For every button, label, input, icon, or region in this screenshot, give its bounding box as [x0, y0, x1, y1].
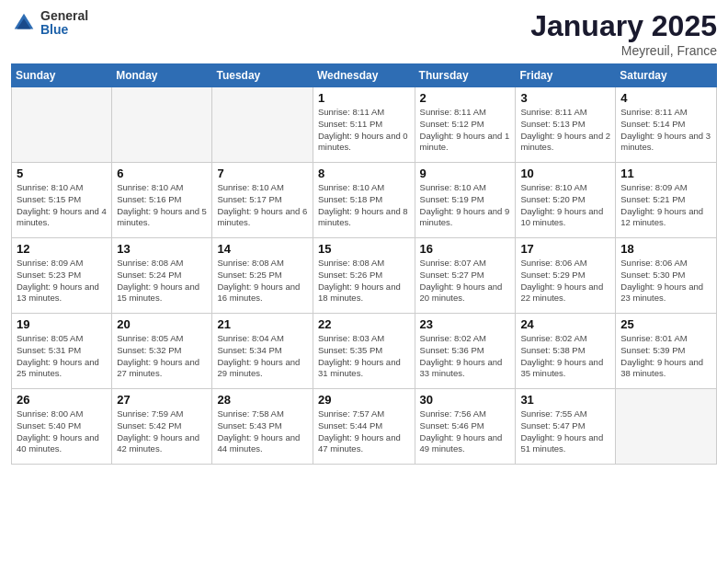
day-info: Sunrise: 8:11 AM Sunset: 5:14 PM Dayligh…: [620, 107, 711, 154]
day-number: 14: [217, 242, 307, 256]
sunset: Sunset: 5:23 PM: [17, 270, 81, 280]
sunset: Sunset: 5:43 PM: [217, 420, 281, 431]
day-info: Sunrise: 8:11 AM Sunset: 5:11 PM Dayligh…: [318, 107, 410, 154]
day-number: 28: [217, 393, 307, 407]
daylight: Daylight: 9 hours and 23 minutes.: [620, 282, 703, 304]
sunrise: Sunrise: 7:55 AM: [520, 408, 586, 419]
sunrise: Sunrise: 7:58 AM: [217, 408, 283, 419]
sunrise: Sunrise: 8:11 AM: [420, 107, 486, 117]
logo: General Blue: [11, 9, 88, 38]
sunrise: Sunrise: 8:06 AM: [520, 258, 586, 268]
day-cell: 12 Sunrise: 8:09 AM Sunset: 5:23 PM Dayl…: [12, 238, 112, 314]
day-number: 16: [420, 242, 511, 256]
day-info: Sunrise: 8:10 AM Sunset: 5:16 PM Dayligh…: [117, 182, 207, 229]
day-cell: 29 Sunrise: 7:57 AM Sunset: 5:44 PM Dayl…: [313, 389, 415, 465]
day-cell: 26 Sunrise: 8:00 AM Sunset: 5:40 PM Dayl…: [12, 389, 112, 465]
daylight: Daylight: 9 hours and 20 minutes.: [420, 282, 503, 304]
day-info: Sunrise: 8:02 AM Sunset: 5:36 PM Dayligh…: [420, 333, 511, 380]
day-info: Sunrise: 8:09 AM Sunset: 5:21 PM Dayligh…: [620, 182, 711, 229]
sunrise: Sunrise: 8:02 AM: [420, 333, 486, 343]
day-info: Sunrise: 8:10 AM Sunset: 5:17 PM Dayligh…: [217, 182, 307, 229]
sunrise: Sunrise: 8:05 AM: [117, 333, 183, 343]
logo-blue: Blue: [40, 23, 88, 37]
sunrise: Sunrise: 8:08 AM: [318, 258, 384, 268]
day-cell: 5 Sunrise: 8:10 AM Sunset: 5:15 PM Dayli…: [12, 163, 112, 238]
day-cell: 21 Sunrise: 8:04 AM Sunset: 5:34 PM Dayl…: [212, 314, 313, 389]
daylight: Daylight: 9 hours and 47 minutes.: [318, 432, 401, 454]
sunset: Sunset: 5:21 PM: [620, 194, 685, 204]
day-cell: 28 Sunrise: 7:58 AM Sunset: 5:43 PM Dayl…: [212, 389, 313, 465]
sunset: Sunset: 5:27 PM: [420, 270, 484, 280]
sunset: Sunset: 5:35 PM: [318, 345, 382, 355]
logo-general: General: [40, 9, 88, 23]
day-info: Sunrise: 7:58 AM Sunset: 5:43 PM Dayligh…: [217, 408, 307, 455]
day-number: 20: [117, 317, 207, 331]
day-info: Sunrise: 7:57 AM Sunset: 5:44 PM Dayligh…: [318, 408, 410, 455]
day-number: 17: [520, 242, 610, 256]
day-cell: [112, 87, 212, 163]
day-info: Sunrise: 8:07 AM Sunset: 5:27 PM Dayligh…: [420, 258, 511, 304]
sunset: Sunset: 5:39 PM: [620, 345, 685, 355]
header-wednesday: Wednesday: [313, 64, 415, 87]
day-number: 25: [620, 317, 711, 331]
daylight: Daylight: 9 hours and 4 minutes.: [17, 206, 107, 228]
sunrise: Sunrise: 8:11 AM: [620, 107, 687, 117]
daylight: Daylight: 9 hours and 16 minutes.: [217, 282, 300, 304]
daylight: Daylight: 9 hours and 25 minutes.: [17, 357, 99, 379]
week-row-4: 19 Sunrise: 8:05 AM Sunset: 5:31 PM Dayl…: [12, 314, 717, 389]
sunrise: Sunrise: 8:09 AM: [620, 182, 687, 192]
daylight: Daylight: 9 hours and 51 minutes.: [520, 432, 603, 454]
day-info: Sunrise: 8:10 AM Sunset: 5:15 PM Dayligh…: [17, 182, 107, 229]
day-cell: 6 Sunrise: 8:10 AM Sunset: 5:16 PM Dayli…: [112, 163, 212, 238]
daylight: Daylight: 9 hours and 42 minutes.: [117, 432, 199, 454]
day-cell: 17 Sunrise: 8:06 AM Sunset: 5:29 PM Dayl…: [516, 238, 616, 314]
sunset: Sunset: 5:36 PM: [420, 345, 484, 355]
daylight: Daylight: 9 hours and 15 minutes.: [117, 282, 199, 304]
day-cell: 19 Sunrise: 8:05 AM Sunset: 5:31 PM Dayl…: [12, 314, 112, 389]
sunrise: Sunrise: 8:10 AM: [217, 182, 283, 192]
calendar-table: Sunday Monday Tuesday Wednesday Thursday…: [11, 63, 717, 465]
day-cell: 15 Sunrise: 8:08 AM Sunset: 5:26 PM Dayl…: [313, 238, 415, 314]
header-friday: Friday: [516, 64, 616, 87]
sunrise: Sunrise: 8:02 AM: [520, 333, 586, 343]
calendar-container: General Blue January 2025 Meyreuil, Fran…: [0, 0, 728, 474]
sunset: Sunset: 5:15 PM: [17, 194, 81, 204]
day-cell: [12, 87, 112, 163]
day-number: 13: [117, 242, 207, 256]
sunset: Sunset: 5:11 PM: [318, 119, 382, 129]
day-info: Sunrise: 8:08 AM Sunset: 5:25 PM Dayligh…: [217, 258, 307, 304]
daylight: Daylight: 9 hours and 49 minutes.: [420, 432, 503, 454]
sunrise: Sunrise: 8:10 AM: [117, 182, 183, 192]
day-number: 10: [520, 167, 610, 180]
day-number: 9: [420, 167, 511, 180]
sunset: Sunset: 5:26 PM: [318, 270, 382, 280]
sunset: Sunset: 5:12 PM: [420, 119, 484, 129]
week-row-1: 1 Sunrise: 8:11 AM Sunset: 5:11 PM Dayli…: [12, 87, 717, 163]
day-info: Sunrise: 8:08 AM Sunset: 5:26 PM Dayligh…: [318, 258, 410, 304]
header-sunday: Sunday: [12, 64, 112, 87]
sunset: Sunset: 5:42 PM: [117, 420, 181, 431]
header-thursday: Thursday: [415, 64, 516, 87]
daylight: Daylight: 9 hours and 22 minutes.: [520, 282, 603, 304]
day-info: Sunrise: 8:06 AM Sunset: 5:29 PM Dayligh…: [520, 258, 610, 304]
day-cell: 13 Sunrise: 8:08 AM Sunset: 5:24 PM Dayl…: [112, 238, 212, 314]
day-number: 29: [318, 393, 410, 407]
day-number: 15: [318, 242, 410, 256]
daylight: Daylight: 9 hours and 40 minutes.: [17, 432, 99, 454]
day-info: Sunrise: 8:09 AM Sunset: 5:23 PM Dayligh…: [17, 258, 107, 304]
day-info: Sunrise: 8:04 AM Sunset: 5:34 PM Dayligh…: [217, 333, 307, 380]
day-info: Sunrise: 8:03 AM Sunset: 5:35 PM Dayligh…: [318, 333, 410, 380]
sunset: Sunset: 5:30 PM: [620, 270, 685, 280]
sunrise: Sunrise: 8:10 AM: [420, 182, 486, 192]
day-cell: [212, 87, 313, 163]
daylight: Daylight: 9 hours and 13 minutes.: [17, 282, 99, 304]
day-cell: 1 Sunrise: 8:11 AM Sunset: 5:11 PM Dayli…: [313, 87, 415, 163]
header-monday: Monday: [112, 64, 212, 87]
day-number: 4: [620, 91, 711, 105]
logo-icon: [11, 10, 37, 36]
daylight: Daylight: 9 hours and 38 minutes.: [620, 357, 703, 379]
day-info: Sunrise: 8:01 AM Sunset: 5:39 PM Dayligh…: [620, 333, 711, 380]
sunset: Sunset: 5:17 PM: [217, 194, 281, 204]
day-number: 1: [318, 91, 410, 105]
day-cell: 4 Sunrise: 8:11 AM Sunset: 5:14 PM Dayli…: [616, 87, 717, 163]
